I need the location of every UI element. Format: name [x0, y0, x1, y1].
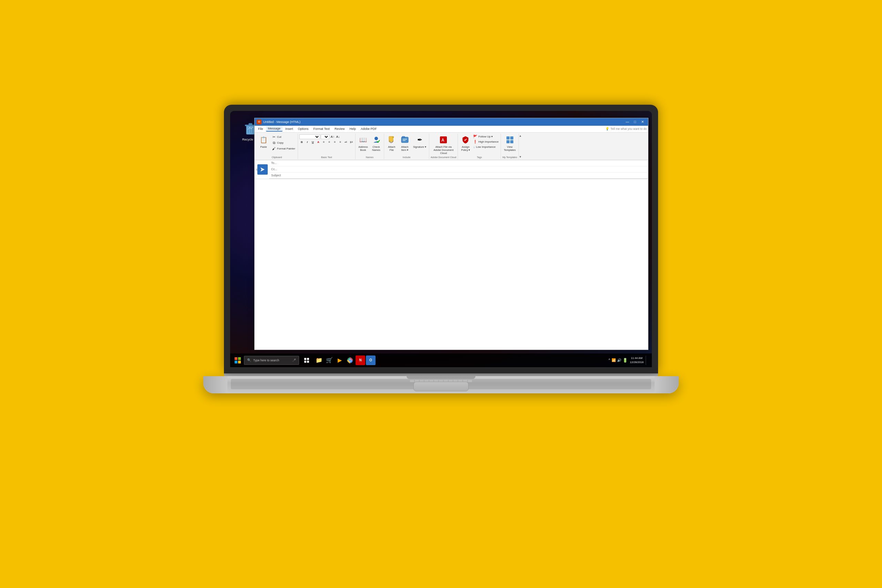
- underline-button[interactable]: U: [310, 140, 315, 145]
- signature-button[interactable]: ✒ Signature ▾: [412, 134, 428, 149]
- follow-up-label: Follow Up ▾: [478, 135, 493, 138]
- ribbon: 📋 Paste ✂ Cut ⧉: [255, 133, 648, 160]
- high-importance-button[interactable]: ❗ High Importance: [472, 140, 499, 144]
- outlook-taskbar-icon[interactable]: O: [366, 356, 375, 365]
- attach-file-button[interactable]: AttachFile: [386, 134, 398, 152]
- align-left-button[interactable]: ≡: [321, 140, 326, 145]
- file-explorer-icon[interactable]: 📁: [314, 356, 324, 365]
- svg-rect-18: [510, 136, 513, 140]
- font-selector[interactable]: [299, 134, 320, 139]
- network-icon[interactable]: 📶: [612, 358, 616, 362]
- outlook-window: O Untitled - Message (HTML) — □ ✕ File: [254, 118, 648, 350]
- menu-file[interactable]: File: [256, 126, 265, 131]
- attach-item-icon: [400, 135, 410, 145]
- bold-button[interactable]: B: [299, 140, 304, 145]
- menu-format-text[interactable]: Format Text: [312, 126, 332, 131]
- align-center-button[interactable]: ≡: [327, 140, 332, 145]
- ribbon-scroll: ▲ ▼: [519, 134, 522, 159]
- font-row: A↑ A↓: [299, 134, 340, 139]
- store-icon[interactable]: 🛒: [324, 356, 334, 365]
- check-names-icon: [371, 135, 381, 145]
- menu-options[interactable]: Options: [296, 126, 311, 131]
- decrease-font-button[interactable]: A↓: [336, 134, 340, 139]
- check-names-button[interactable]: CheckNames: [370, 134, 382, 152]
- assign-policy-icon: [460, 135, 470, 145]
- show-desktop-button[interactable]: [646, 356, 649, 365]
- justify-button[interactable]: ≡: [338, 140, 343, 145]
- font-size-selector[interactable]: [321, 134, 329, 139]
- font-color-button[interactable]: A: [316, 140, 321, 145]
- tags-content: AssignPolicy ▾ 🚩 Follow Up ▾ ❗: [459, 134, 499, 155]
- tell-me-placeholder[interactable]: Tell me what you want to do: [610, 127, 646, 130]
- taskbar-right: ^ 📶 🔊 🔋 11:44 AM 12/28/2018: [609, 356, 649, 365]
- vlc-icon[interactable]: ▶: [335, 356, 345, 365]
- italic-button[interactable]: I: [305, 140, 310, 145]
- subject-input[interactable]: [283, 174, 646, 177]
- minimize-button[interactable]: —: [624, 120, 631, 124]
- templates-content: ViewTemplates: [502, 134, 517, 155]
- bullets-button[interactable]: •≡: [344, 140, 348, 145]
- svg-rect-22: [235, 357, 237, 360]
- outlook-app-icon: O: [256, 120, 261, 124]
- cut-button[interactable]: ✂ Cut: [270, 134, 296, 140]
- menu-insert[interactable]: Insert: [283, 126, 295, 131]
- align-right-button[interactable]: ≡: [333, 140, 337, 145]
- low-importance-icon: ↓: [473, 145, 475, 149]
- menu-message[interactable]: Message: [266, 126, 283, 132]
- to-input[interactable]: [283, 161, 646, 165]
- attach-adobe-button[interactable]: A Attach File viaAdobe DocumentCloud: [432, 134, 455, 155]
- laptop-base: [203, 376, 679, 393]
- ribbon-group-tags: AssignPolicy ▾ 🚩 Follow Up ▾ ❗: [458, 134, 501, 159]
- assign-policy-button[interactable]: AssignPolicy ▾: [459, 134, 472, 152]
- paste-button[interactable]: 📋 Paste: [257, 134, 270, 149]
- adobe-icon: A: [439, 135, 448, 145]
- volume-icon[interactable]: 🔊: [617, 358, 621, 362]
- chevron-up-icon[interactable]: ^: [609, 358, 610, 362]
- maximize-button[interactable]: □: [632, 120, 638, 124]
- start-button[interactable]: [233, 356, 243, 365]
- cc-input[interactable]: [283, 167, 646, 171]
- format-painter-icon: 🖌: [272, 146, 276, 151]
- compose-area: Send To... Cc...: [255, 160, 648, 350]
- norton-icon[interactable]: N: [356, 356, 365, 365]
- svg-marker-21: [261, 167, 265, 171]
- svg-point-32: [349, 359, 351, 362]
- address-book-button[interactable]: 📖 AddressBook: [357, 134, 369, 152]
- chrome-icon[interactable]: [345, 356, 355, 365]
- svg-rect-17: [507, 136, 510, 140]
- compose-body-textarea[interactable]: [257, 182, 645, 347]
- follow-up-button[interactable]: 🚩 Follow Up ▾: [472, 134, 499, 139]
- trackpad[interactable]: [413, 382, 469, 391]
- adobe-content: A Attach File viaAdobe DocumentCloud: [432, 134, 455, 155]
- compose-header: Send To... Cc...: [255, 160, 648, 179]
- battery-icon[interactable]: 🔋: [622, 358, 628, 363]
- format-painter-button[interactable]: 🖌 Format Painter: [270, 146, 296, 152]
- compose-body[interactable]: [255, 179, 648, 350]
- menu-adobe-pdf[interactable]: Adobe PDF: [358, 126, 379, 131]
- low-importance-button[interactable]: ↓ Low Importance: [472, 145, 499, 149]
- cc-label: Cc...: [271, 167, 283, 171]
- svg-rect-24: [235, 361, 237, 363]
- task-view-button[interactable]: [302, 356, 312, 365]
- check-names-label: CheckNames: [372, 146, 380, 152]
- svg-rect-25: [238, 361, 241, 363]
- menu-help[interactable]: Help: [347, 126, 358, 131]
- copy-button[interactable]: ⧉ Copy: [270, 140, 296, 146]
- view-templates-button[interactable]: ViewTemplates: [502, 134, 517, 152]
- ribbon-scroll-down[interactable]: ▼: [519, 155, 522, 159]
- attach-item-button[interactable]: AttachItem ▾: [399, 134, 411, 152]
- title-bar-controls: — □ ✕: [624, 120, 646, 124]
- tags-col: 🚩 Follow Up ▾ ❗ High Importance ↓: [472, 134, 499, 149]
- send-button[interactable]: [257, 164, 268, 175]
- increase-font-button[interactable]: A↑: [330, 134, 335, 139]
- search-microphone-icon: 🎤: [292, 358, 296, 362]
- search-bar[interactable]: 🔍 Type here to search 🎤: [244, 356, 299, 365]
- numbering-button[interactable]: 1≡: [349, 140, 354, 145]
- ribbon-scroll-up[interactable]: ▲: [519, 134, 522, 138]
- names-label: Names: [357, 156, 382, 159]
- ribbon-group-clipboard: 📋 Paste ✂ Cut ⧉: [256, 134, 298, 159]
- close-button[interactable]: ✕: [639, 120, 646, 124]
- basic-text-label: Basic Text: [299, 156, 354, 159]
- laptop-hinge: [224, 374, 658, 376]
- menu-review[interactable]: Review: [333, 126, 347, 131]
